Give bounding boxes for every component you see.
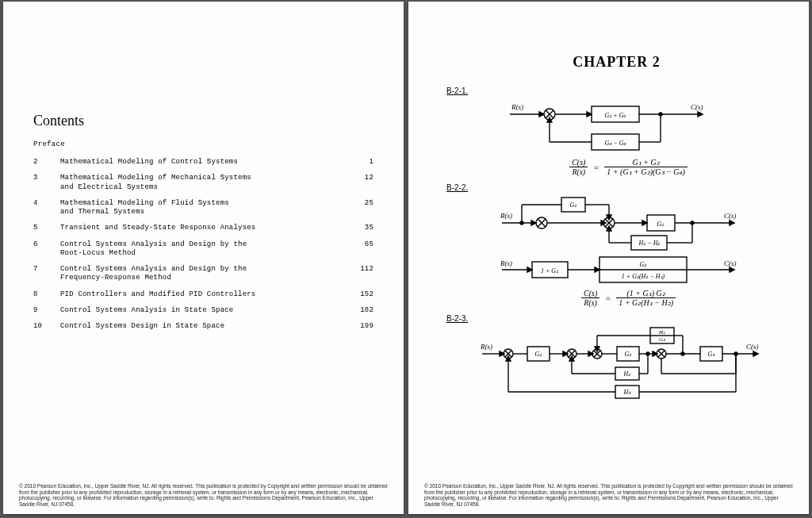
sig-C: C(s) — [724, 259, 737, 267]
copyright-footer: © 2010 Pearson Education, Inc., Upper Sa… — [19, 483, 388, 508]
sig-R: R(s) — [500, 259, 512, 267]
preface-label: Preface — [33, 140, 373, 148]
toc-row: 10Control Systems Design in State Space1… — [33, 322, 373, 331]
equation-b22: C(s)R(s) = (1 + G₁) G₂1 + G₂(H₁ − H₂) — [470, 289, 787, 308]
copyright-footer: © 2010 Pearson Education, Inc., Upper Sa… — [424, 483, 793, 508]
svg-text:G₃: G₃ — [708, 351, 716, 358]
toc-row: 4Mathematical Modeling of Fluid Systems … — [33, 199, 373, 217]
problem-b21-label: B-2-1. — [446, 86, 787, 95]
svg-text:H₂: H₂ — [623, 370, 632, 378]
page-contents: Contents Preface 2Mathematical Modeling … — [3, 2, 404, 514]
problem-b23-label: B-2-3. — [446, 314, 787, 323]
sig-C: C(s) — [691, 103, 703, 111]
toc-row: 3Mathematical Modeling of Mechanical Sys… — [33, 174, 373, 192]
contents-heading: Contents — [33, 113, 373, 129]
block-top: G₂ — [640, 261, 648, 268]
svg-text:G₃: G₃ — [659, 336, 666, 343]
sig-C: C(s) — [746, 343, 759, 351]
svg-text:G₁: G₁ — [535, 351, 542, 358]
chapter-heading: CHAPTER 2 — [446, 54, 787, 71]
toc-row: 2Mathematical Modeling of Control System… — [33, 158, 373, 167]
svg-text:G₂: G₂ — [625, 351, 633, 358]
page-chapter2: CHAPTER 2 B-2-1. R(s) C(s) G₁ + G₂ G₃ − … — [408, 2, 809, 514]
diagram-b22a: R(s) C(s) G₁ G₂ H₁ − H₂ — [486, 195, 787, 251]
equation-b21: C(s)R(s) = G₁ + G₂1 + (G₁ + G₂)(G₃ − G₄) — [470, 158, 787, 177]
block-bot: 1 + G₂(H₁ − H₂) — [622, 273, 665, 280]
diagram-b22b: R(s) C(s) 1 + G₁ G₂ 1 + G₂(H₁ − H₂) — [486, 255, 787, 285]
diagram-b23: R(s) C(s) G₁ G₂ G₃ H₁ G₃ H₂ H₃ — [470, 326, 787, 401]
svg-text:H₁: H₁ — [658, 329, 665, 336]
diagram-b21: R(s) C(s) G₁ + G₂ G₃ − G₄ — [486, 98, 787, 154]
toc-row: 9Control Systems Analysis in State Space… — [33, 306, 373, 315]
block-H1H2: H₁ − H₂ — [638, 240, 661, 247]
toc-row: 5Transient and Steady-State Response Ana… — [33, 224, 373, 232]
toc-row: 7Control Systems Analysis and Design by … — [33, 265, 373, 283]
block-g3g4: G₃ − G₄ — [605, 140, 627, 147]
sig-R: R(s) — [480, 343, 492, 351]
block-1G1: 1 + G₁ — [541, 267, 558, 274]
table-of-contents: 2Mathematical Modeling of Control System… — [33, 158, 373, 331]
problem-b22-label: B-2-2. — [446, 183, 787, 192]
block-G2: G₂ — [657, 221, 665, 228]
sig-R: R(s) — [511, 103, 523, 111]
block-g1g2: G₁ + G₂ — [605, 112, 627, 119]
sig-R: R(s) — [500, 212, 512, 220]
block-G1: G₁ — [570, 201, 577, 209]
svg-text:H₃: H₃ — [623, 389, 632, 396]
sig-C: C(s) — [724, 212, 737, 220]
toc-row: 8PID Controllers and Modified PID Contro… — [33, 290, 373, 299]
toc-row: 6Control Systems Analysis and Design by … — [33, 240, 373, 259]
